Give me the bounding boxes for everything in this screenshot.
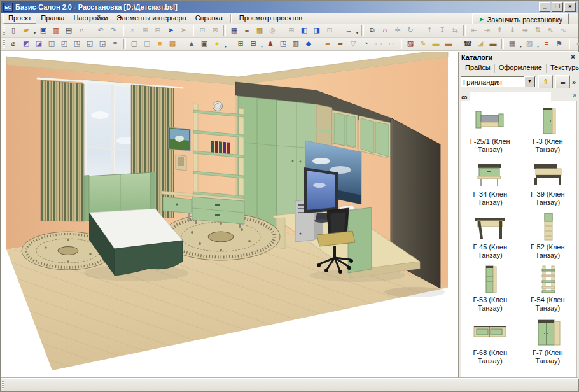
- undo-icon[interactable]: ↶: [94, 24, 107, 37]
- distribute-v-icon[interactable]: ⇅: [531, 24, 544, 37]
- signpost-icon[interactable]: ⚑: [553, 38, 566, 50]
- render-bucket-icon[interactable]: ◔: [359, 38, 372, 50]
- table-view-icon[interactable]: ▦: [228, 24, 241, 37]
- materials-icon[interactable]: ◳: [277, 38, 290, 50]
- home-icon[interactable]: ⌂: [75, 24, 88, 37]
- align-left-icon[interactable]: ⇤: [468, 24, 480, 37]
- view-front-icon[interactable]: ◫: [45, 38, 58, 50]
- catalog-item[interactable]: Г-68 (Клен Танзау): [463, 316, 517, 365]
- chevron-down-icon[interactable]: ▾: [537, 41, 539, 52]
- redo-icon[interactable]: ↷: [107, 24, 120, 37]
- distribute-h-icon[interactable]: ⇹: [519, 24, 531, 37]
- tab-Текстуры[interactable]: Текстуры: [547, 64, 579, 73]
- walkthrough-icon[interactable]: ♟: [264, 38, 277, 50]
- select-arrow-icon[interactable]: ➤: [164, 24, 177, 37]
- move-down-icon[interactable]: ↧: [436, 24, 449, 37]
- view-iso2-icon[interactable]: ◪: [32, 38, 45, 50]
- catalog-item[interactable]: Г-34 (Клен Танзау): [463, 158, 517, 207]
- fit-width-icon[interactable]: ⇖: [544, 24, 557, 37]
- scene-modes-icon[interactable]: ⊟▾: [247, 38, 260, 50]
- rotate-icon[interactable]: ↻: [404, 24, 417, 37]
- textured-cube-icon[interactable]: ▩: [166, 38, 179, 50]
- select-contour2-icon[interactable]: ▱: [385, 38, 398, 50]
- view-blue-yellow-icon[interactable]: ◨: [310, 24, 323, 37]
- chevron-down-icon[interactable]: ▼: [524, 76, 535, 87]
- disabled-circle-icon[interactable]: ●: [572, 38, 579, 50]
- tab-Оформление[interactable]: Оформление: [495, 64, 547, 73]
- phone-icon[interactable]: ☎: [461, 38, 474, 50]
- minimize-button[interactable]: _: [539, 2, 550, 12]
- catalog-item[interactable]: Г-52 (Клен Танзау): [521, 211, 575, 260]
- align-bottom-icon[interactable]: ⇟: [506, 24, 519, 37]
- catalog-item[interactable]: Г-25/1 (Клен Танзау): [463, 105, 517, 154]
- curtain-left[interactable]: [41, 80, 84, 221]
- import-catalog-button[interactable]: ⇑: [538, 75, 553, 88]
- ruler-red-icon[interactable]: =: [540, 38, 553, 50]
- catalog-box-icon[interactable]: ▩: [253, 24, 266, 37]
- menu-item-2[interactable]: Настройки: [69, 13, 112, 23]
- chevron-down-icon[interactable]: ▾: [225, 41, 227, 52]
- doc-preview-icon[interactable]: ▥: [290, 38, 302, 50]
- ungroup-icon[interactable]: ⊠: [209, 24, 221, 37]
- menu-item-view-projects[interactable]: Просмотр проектов: [235, 13, 307, 23]
- toolbar-overflow-chevron[interactable]: »: [572, 78, 576, 86]
- save-icon[interactable]: ▣: [37, 24, 50, 37]
- align-top-icon[interactable]: ⇞: [493, 24, 506, 37]
- new-document-icon[interactable]: ▯: [7, 24, 20, 37]
- view-iso-icon[interactable]: ◩: [20, 38, 32, 50]
- find-icon[interactable]: ◎: [266, 24, 279, 37]
- chevron-down-icon[interactable]: ▾: [520, 41, 522, 52]
- board-icon[interactable]: ▬: [487, 38, 499, 50]
- delete-icon[interactable]: ×: [126, 24, 139, 37]
- tab-Прайсы[interactable]: Прайсы: [461, 64, 495, 73]
- eraser-icon[interactable]: ▬: [429, 38, 442, 50]
- camera-icon[interactable]: ▣: [198, 38, 211, 50]
- slice-icon[interactable]: ≡: [109, 38, 122, 50]
- group-icon[interactable]: ⊡: [196, 24, 209, 37]
- plank-icon[interactable]: ▬: [442, 38, 455, 50]
- select-contour-icon[interactable]: ▭: [372, 38, 385, 50]
- light-bulb-icon[interactable]: ●▾: [211, 38, 223, 50]
- catalog-item[interactable]: Г-45 (Клен Танзау): [463, 211, 517, 260]
- menu-item-0[interactable]: Проект: [3, 13, 36, 24]
- camera-tripod-icon[interactable]: ▲: [185, 38, 198, 50]
- view-top-icon[interactable]: ◱: [83, 38, 96, 50]
- calendar-icon[interactable]: ▦▾: [506, 38, 519, 50]
- solid-cube-icon[interactable]: ■: [153, 38, 166, 50]
- grid-window-icon[interactable]: ⊞: [285, 24, 298, 37]
- wedge-icon[interactable]: ◢: [474, 38, 487, 50]
- view-right-icon[interactable]: ◳: [71, 38, 83, 50]
- maximize-button[interactable]: ❐: [552, 2, 563, 12]
- open-folder-icon[interactable]: ▰▾: [20, 24, 32, 37]
- menu-item-4[interactable]: Справка: [191, 13, 227, 23]
- catalog-item[interactable]: Г-39 (Клен Танзау): [521, 158, 575, 207]
- properties-icon[interactable]: ⊡: [323, 24, 336, 37]
- wall-picture[interactable]: [169, 127, 190, 151]
- catalog-item[interactable]: Г-3 (Клен Танзау): [521, 105, 575, 154]
- close-button[interactable]: ×: [564, 2, 576, 12]
- catalog-item[interactable]: Г-7 (Клен Танзау): [521, 316, 575, 365]
- tree-view-button[interactable]: ≣: [555, 75, 570, 88]
- catalog-item[interactable]: Г-54 (Клен Танзау): [521, 263, 575, 312]
- save-image-icon[interactable]: ▥: [50, 24, 62, 37]
- wireframe-cube-icon[interactable]: ▢: [128, 38, 141, 50]
- frame-icon[interactable]: ▧▾: [523, 38, 536, 50]
- copy-object-icon[interactable]: ⧉: [366, 24, 379, 37]
- scene-add-icon[interactable]: ⊞: [234, 38, 247, 50]
- copy-icon[interactable]: ⊞: [139, 24, 151, 37]
- view-back-icon[interactable]: ◲: [96, 38, 109, 50]
- magnet-icon[interactable]: ∩: [379, 24, 391, 37]
- panel-close-icon[interactable]: ×: [569, 53, 577, 62]
- menu-item-3[interactable]: Элементы интерьера: [112, 13, 190, 23]
- flip-icon[interactable]: ⇆: [449, 24, 461, 37]
- select-alt-icon[interactable]: ➤: [177, 24, 190, 37]
- funnel-icon[interactable]: ▽: [347, 38, 359, 50]
- zoom-lens-icon[interactable]: ⌀: [7, 38, 20, 50]
- wood-material-icon[interactable]: ▰: [321, 38, 334, 50]
- chevron-down-icon[interactable]: ▾: [261, 41, 263, 52]
- hatch-icon[interactable]: ▨: [404, 38, 417, 50]
- room-3d-viewport[interactable]: [1, 52, 458, 379]
- perspective-icon[interactable]: ◆: [302, 38, 315, 50]
- structure-tree-icon[interactable]: ≡: [241, 24, 253, 37]
- move-icon[interactable]: ✛: [391, 24, 404, 37]
